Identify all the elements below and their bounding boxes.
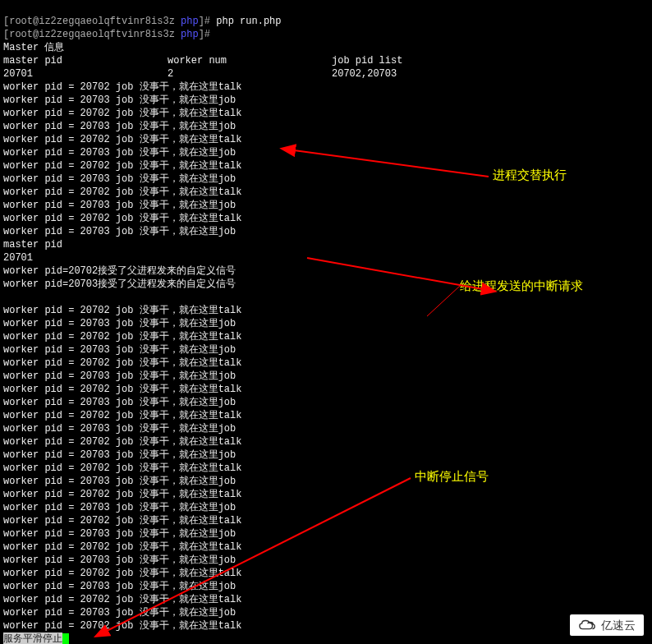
worker-line: worker pid = 20703 job 没事干，就在这里job [3, 607, 236, 619]
worker-block-2: worker pid = 20702 job 没事干，就在这里talk work… [3, 304, 649, 632]
worker-line: worker pid = 20703 job 没事干，就在这里job [3, 173, 236, 185]
worker-line: worker pid = 20703 job 没事干，就在这里job [3, 423, 236, 435]
worker-line: worker pid = 20702 job 没事干，就在这里talk [3, 541, 241, 553]
watermark-text: 亿速云 [601, 619, 636, 632]
signal-line: worker pid=20702接受了父进程发来的自定义信号 [3, 265, 236, 277]
worker-line: worker pid = 20702 job 没事干，就在这里talk [3, 213, 241, 224]
worker-line: worker pid = 20702 job 没事干，就在这里talk [3, 436, 241, 448]
annotation-stop-signal: 中断停止信号 [415, 470, 489, 483]
worker-line: worker pid = 20703 job 没事干，就在这里job [3, 397, 236, 408]
worker-line: worker pid = 20702 job 没事干，就在这里talk [3, 357, 241, 369]
worker-line: worker pid = 20703 job 没事干，就在这里job [3, 370, 236, 382]
master-info-header: Master 信息 [3, 42, 64, 53]
worker-line: worker pid = 20703 job 没事干，就在这里job [3, 581, 236, 592]
master-pid-label: master pid [3, 239, 62, 251]
worker-line: worker pid = 20703 job 没事干，就在这里job [3, 226, 236, 237]
worker-line: worker pid = 20702 job 没事干，就在这里talk [3, 489, 241, 500]
annotation-interrupt-request: 给进程发送的中断请求 [460, 279, 583, 292]
worker-line: worker pid = 20702 job 没事干，就在这里talk [3, 620, 241, 632]
worker-line: worker pid = 20702 job 没事干，就在这里talk [3, 160, 241, 172]
worker-block-1: worker pid = 20702 job 没事干，就在这里talk work… [3, 80, 649, 238]
worker-line: worker pid = 20702 job 没事干，就在这里talk [3, 594, 241, 605]
worker-line: worker pid = 20703 job 没事干，就在这里job [3, 502, 236, 513]
final-stop-line: 服务平滑停止 [3, 632, 62, 644]
worker-line: worker pid = 20702 job 没事干，就在这里talk [3, 81, 241, 93]
annotation-alternate-exec: 进程交替执行 [493, 168, 567, 182]
worker-line: worker pid = 20703 job 没事干，就在这里job [3, 449, 236, 461]
worker-line: worker pid = 20702 job 没事干，就在这里talk [3, 410, 241, 421]
worker-line: worker pid = 20703 job 没事干，就在这里job [3, 318, 236, 329]
worker-line: worker pid = 20702 job 没事干，就在这里talk [3, 134, 241, 145]
worker-line: worker pid = 20702 job 没事干，就在这里talk [3, 462, 241, 474]
watermark-badge: 亿速云 [570, 614, 644, 636]
worker-line: worker pid = 20703 job 没事干，就在这里job [3, 528, 236, 540]
prompt-line-2: [root@iz2zegqaeolqftvinr8is3z php]# [3, 29, 216, 40]
cursor-icon [62, 633, 69, 644]
worker-line: worker pid = 20702 job 没事干，就在这里talk [3, 384, 241, 395]
worker-line: worker pid = 20703 job 没事干，就在这里job [3, 344, 236, 356]
worker-line: worker pid = 20703 job 没事干，就在这里job [3, 121, 236, 132]
worker-line: worker pid = 20702 job 没事干，就在这里talk [3, 305, 241, 316]
worker-line: worker pid = 20703 job 没事干，就在这里job [3, 200, 236, 211]
master-pid-value: 20701 [3, 252, 33, 264]
header-row: master pidworker numjob pid list [3, 55, 402, 67]
worker-line: worker pid = 20703 job 没事干，就在这里job [3, 94, 236, 106]
command-php-run: php run.php [216, 16, 281, 27]
worker-line: worker pid = 20703 job 没事干，就在这里job [3, 147, 236, 159]
worker-line: worker pid = 20702 job 没事干，就在这里talk [3, 108, 241, 119]
worker-line: worker pid = 20702 job 没事干，就在这里talk [3, 568, 241, 579]
signal-line: worker pid=20703接受了父进程发来的自定义信号 [3, 278, 236, 290]
worker-line: worker pid = 20702 job 没事干，就在这里talk [3, 186, 241, 198]
worker-line: worker pid = 20703 job 没事干，就在这里job [3, 554, 236, 566]
worker-line: worker pid = 20703 job 没事干，就在这里job [3, 476, 236, 487]
header-values-row: 20701220702,20703 [3, 68, 397, 80]
prompt-line-1: [root@iz2zegqaeolqftvinr8is3z php]# [3, 16, 216, 27]
worker-line: worker pid = 20702 job 没事干，就在这里talk [3, 515, 241, 527]
worker-line: worker pid = 20702 job 没事干，就在这里talk [3, 331, 241, 343]
cloud-icon [578, 618, 596, 632]
terminal-output: [root@iz2zegqaeolqftvinr8is3z php]# php … [0, 0, 652, 644]
